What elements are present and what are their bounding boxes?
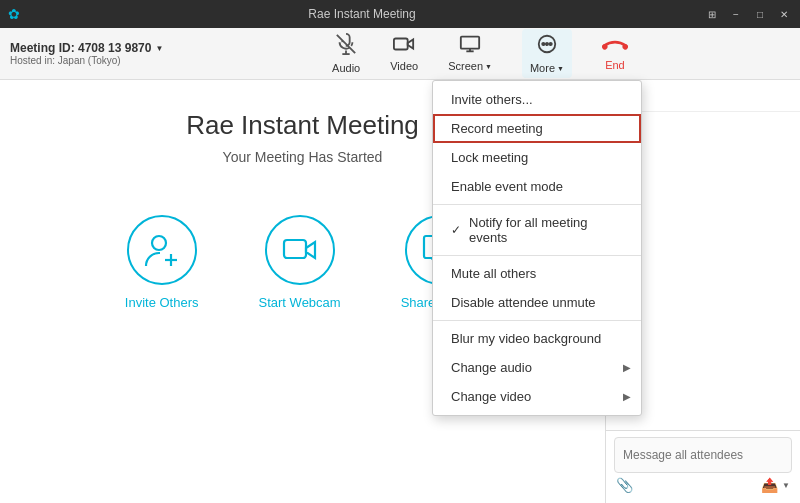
- send-dropdown-icon[interactable]: ▼: [782, 481, 790, 490]
- svg-point-9: [546, 43, 548, 45]
- end-button[interactable]: End: [602, 36, 628, 71]
- dropdown-lock[interactable]: Lock meeting: [433, 143, 641, 172]
- minimize-button[interactable]: −: [728, 6, 744, 22]
- close-button[interactable]: ✕: [776, 6, 792, 22]
- restore-button[interactable]: □: [752, 6, 768, 22]
- send-icon[interactable]: 📤: [761, 477, 778, 493]
- svg-rect-4: [461, 37, 479, 49]
- title-bar: ✿ Rae Instant Meeting ⊞ − □ ✕: [0, 0, 800, 28]
- dropdown-change-video[interactable]: Change video ▶: [433, 382, 641, 411]
- grid-button[interactable]: ⊞: [704, 6, 720, 22]
- video-button[interactable]: Video: [390, 35, 418, 72]
- window-controls: ⊞ − □ ✕: [704, 6, 792, 22]
- dropdown-arrow-icon: ▼: [155, 44, 163, 53]
- webcam-icon: [265, 215, 335, 285]
- screen-button[interactable]: Screen ▼: [448, 35, 492, 72]
- invite-icon: [127, 215, 197, 285]
- separator-3: [433, 320, 641, 321]
- svg-rect-16: [284, 240, 306, 258]
- video-label: Video: [390, 60, 418, 72]
- change-audio-label: Change audio: [451, 360, 532, 375]
- blur-label: Blur my video background: [451, 331, 601, 346]
- meeting-subtitle: Your Meeting Has Started: [223, 149, 383, 165]
- video-icon: [393, 35, 415, 58]
- more-icon: [536, 33, 558, 60]
- screen-arrow-icon: ▼: [485, 63, 492, 70]
- record-meeting-label: Record meeting: [451, 121, 543, 136]
- attachment-icon[interactable]: 📎: [616, 477, 633, 493]
- end-label: End: [605, 59, 625, 71]
- invite-others-label: Invite others...: [451, 92, 533, 107]
- separator-1: [433, 204, 641, 205]
- more-label: More: [530, 62, 555, 74]
- screen-label: Screen: [448, 60, 483, 72]
- screen-icon: [459, 35, 481, 58]
- main-content: Rae Instant Meeting Your Meeting Has Sta…: [0, 80, 800, 503]
- dropdown-change-audio[interactable]: Change audio ▶: [433, 353, 641, 382]
- invite-label: Invite Others: [125, 295, 199, 310]
- meeting-id[interactable]: Meeting ID: 4708 13 9870 ▼: [10, 41, 170, 55]
- checkmark-icon: ✓: [451, 223, 461, 237]
- audio-button[interactable]: Audio: [332, 33, 360, 74]
- dropdown-record[interactable]: Record meeting: [433, 114, 641, 143]
- message-input[interactable]: [614, 437, 792, 473]
- invite-others-button[interactable]: Invite Others: [125, 215, 199, 310]
- lock-meeting-label: Lock meeting: [451, 150, 528, 165]
- svg-point-13: [152, 236, 166, 250]
- meeting-info: Meeting ID: 4708 13 9870 ▼ Hosted in: Ja…: [10, 41, 170, 66]
- message-area: 📎 📤 ▼: [606, 430, 800, 503]
- svg-point-10: [550, 43, 552, 45]
- app-title: Rae Instant Meeting: [20, 7, 704, 21]
- toolbar-buttons: Audio Video Screen ▼: [170, 29, 790, 78]
- more-arrow-icon: ▼: [557, 65, 564, 72]
- toolbar: Meeting ID: 4708 13 9870 ▼ Hosted in: Ja…: [0, 28, 800, 80]
- audio-label: Audio: [332, 62, 360, 74]
- audio-icon: [335, 33, 357, 60]
- mute-all-label: Mute all others: [451, 266, 536, 281]
- event-mode-label: Enable event mode: [451, 179, 563, 194]
- more-dropdown-menu: Invite others... Record meeting Lock mee…: [432, 80, 642, 416]
- change-video-label: Change video: [451, 389, 531, 404]
- dropdown-mute-all[interactable]: Mute all others: [433, 259, 641, 288]
- submenu-arrow-audio-icon: ▶: [623, 362, 631, 373]
- meeting-title: Rae Instant Meeting: [186, 110, 419, 141]
- start-webcam-button[interactable]: Start Webcam: [259, 215, 341, 310]
- end-icon: [602, 36, 628, 57]
- svg-point-8: [542, 43, 544, 45]
- more-button[interactable]: More ▼: [522, 29, 572, 78]
- dropdown-blur[interactable]: Blur my video background: [433, 324, 641, 353]
- dropdown-event-mode[interactable]: Enable event mode: [433, 172, 641, 201]
- message-toolbar: 📎 📤 ▼: [614, 473, 792, 497]
- action-icons: Invite Others Start Webcam: [125, 215, 480, 310]
- app-logo: ✿: [8, 6, 20, 22]
- dropdown-disable-unmute[interactable]: Disable attendee unmute: [433, 288, 641, 317]
- notify-label: Notify for all meeting events: [469, 215, 623, 245]
- svg-rect-3: [394, 39, 408, 50]
- webcam-label: Start Webcam: [259, 295, 341, 310]
- separator-2: [433, 255, 641, 256]
- meeting-hosted: Hosted in: Japan (Tokyo): [10, 55, 170, 66]
- disable-unmute-label: Disable attendee unmute: [451, 295, 596, 310]
- dropdown-notify[interactable]: ✓ Notify for all meeting events: [433, 208, 641, 252]
- submenu-arrow-video-icon: ▶: [623, 391, 631, 402]
- dropdown-invite[interactable]: Invite others...: [433, 85, 641, 114]
